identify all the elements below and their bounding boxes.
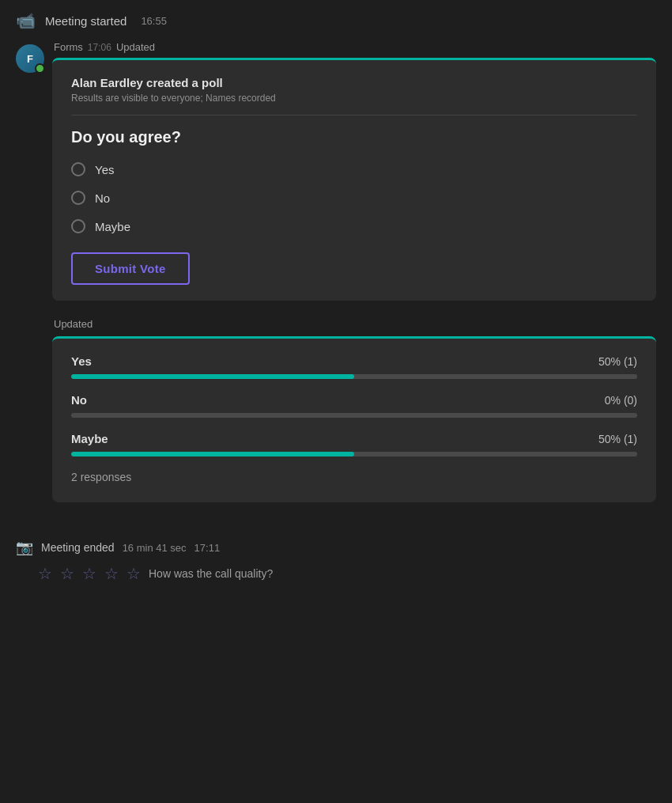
avatar: F — [16, 44, 44, 73]
poll-option-yes[interactable]: Yes — [71, 162, 637, 176]
meeting-duration: 16 min 41 sec — [123, 542, 187, 554]
result-yes-bar-fill — [71, 374, 354, 379]
main-content: F Forms 17:06 Updated Alan Eardley creat… — [0, 41, 672, 526]
radio-no[interactable] — [71, 191, 85, 205]
poll-option-maybe[interactable]: Maybe — [71, 219, 637, 233]
star-1[interactable]: ☆ — [38, 564, 52, 583]
poll-option-maybe-label: Maybe — [95, 220, 130, 233]
poll-option-no-label: No — [95, 191, 110, 205]
result-yes-bar-track — [71, 374, 637, 379]
poll-subtitle: Results are visible to everyone; Names r… — [71, 93, 637, 116]
poll-option-no[interactable]: No — [71, 191, 637, 205]
result-row-yes: Yes 50% (1) — [71, 354, 637, 379]
result-maybe-label-row: Maybe 50% (1) — [71, 432, 637, 445]
meeting-started-time: 16:55 — [141, 15, 167, 27]
star-2[interactable]: ☆ — [60, 564, 74, 583]
call-quality-prompt: How was the call quality? — [149, 567, 273, 580]
meeting-ended-icon: 📷 — [16, 539, 33, 556]
poll-creator-text: Alan Eardley created a poll — [71, 76, 637, 89]
poll-question: Do you agree? — [71, 128, 637, 146]
result-maybe-name: Maybe — [71, 432, 108, 445]
results-message-row: Updated Yes 50% (1) No 0% (0) — [16, 318, 656, 502]
meeting-ended-label: Meeting ended — [41, 541, 115, 554]
poll-card-wrapper: Forms 17:06 Updated Alan Eardley created… — [52, 41, 656, 310]
avatar-badge — [35, 63, 45, 74]
result-yes-label-row: Yes 50% (1) — [71, 354, 637, 368]
radio-yes[interactable] — [71, 162, 85, 176]
responses-count: 2 responses — [71, 471, 637, 483]
app-name-label: Forms — [54, 41, 83, 53]
meeting-ended-time: 17:11 — [194, 542, 221, 554]
star-3[interactable]: ☆ — [82, 564, 96, 583]
result-no-bar-track — [71, 413, 637, 418]
card-header-updated: Updated — [116, 41, 155, 53]
result-no-label-row: No 0% (0) — [71, 393, 637, 407]
poll-option-yes-label: Yes — [95, 163, 114, 176]
results-card: Yes 50% (1) No 0% (0) — [52, 336, 656, 502]
poll-options-list: Yes No Maybe — [71, 162, 637, 233]
result-maybe-bar-track — [71, 452, 637, 456]
star-4[interactable]: ☆ — [104, 564, 119, 583]
meeting-ended-bar: 📷 Meeting ended 16 min 41 sec 17:11 — [16, 539, 656, 556]
star-5[interactable]: ☆ — [126, 564, 141, 583]
result-maybe-pct: 50% (1) — [598, 433, 637, 445]
result-no-name: No — [71, 393, 87, 407]
result-yes-pct: 50% (1) — [598, 355, 637, 368]
meeting-started-bar: 📹 Meeting started 16:55 — [0, 0, 672, 41]
poll-message-row: F Forms 17:06 Updated Alan Eardley creat… — [16, 41, 656, 310]
result-yes-name: Yes — [71, 354, 92, 368]
meeting-ended-section: 📷 Meeting ended 16 min 41 sec 17:11 ☆ ☆ … — [0, 526, 672, 593]
poll-card-header: Forms 17:06 Updated — [52, 41, 656, 53]
call-quality-row: ☆ ☆ ☆ ☆ ☆ How was the call quality? — [16, 564, 656, 583]
result-row-maybe: Maybe 50% (1) — [71, 432, 637, 456]
submit-vote-button[interactable]: Submit Vote — [71, 252, 190, 285]
radio-maybe[interactable] — [71, 219, 85, 233]
result-row-no: No 0% (0) — [71, 393, 637, 418]
results-card-wrapper: Updated Yes 50% (1) No 0% (0) — [52, 318, 656, 502]
video-icon: 📹 — [16, 11, 36, 30]
meeting-started-label: Meeting started — [45, 14, 126, 28]
result-no-pct: 0% (0) — [605, 394, 637, 407]
avatar-letter: F — [27, 53, 33, 65]
card-header-time: 17:06 — [88, 42, 111, 53]
result-maybe-bar-fill — [71, 452, 354, 456]
results-section-header: Updated — [52, 318, 656, 330]
poll-card: Alan Eardley created a poll Results are … — [52, 58, 656, 301]
